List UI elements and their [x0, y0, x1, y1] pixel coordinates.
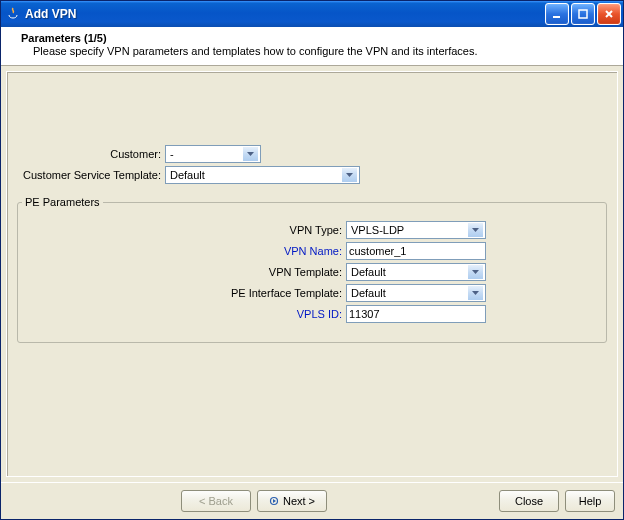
chevron-down-icon — [243, 147, 258, 161]
wizard-step-title: Parameters (1/5) — [21, 32, 613, 44]
pe-interface-template-value: Default — [349, 287, 468, 299]
action-buttons: Close Help — [499, 490, 615, 512]
vpn-name-label: VPN Name: — [22, 245, 346, 257]
close-button[interactable]: Close — [499, 490, 559, 512]
maximize-button[interactable] — [571, 3, 595, 25]
window-close-button[interactable] — [597, 3, 621, 25]
vpn-template-label: VPN Template: — [22, 266, 346, 278]
help-button[interactable]: Help — [565, 490, 615, 512]
svg-rect-0 — [553, 16, 560, 18]
service-template-row: Customer Service Template: Default — [7, 166, 617, 184]
nav-buttons: < Back Next > — [9, 490, 499, 512]
pe-interface-template-label: PE Interface Template: — [22, 287, 346, 299]
window-title: Add VPN — [25, 7, 545, 21]
vpn-type-label: VPN Type: — [22, 224, 346, 236]
vpn-type-value: VPLS-LDP — [349, 224, 468, 236]
vpls-id-label: VPLS ID: — [22, 308, 346, 320]
wizard-step-subtitle: Please specify VPN parameters and templa… — [33, 45, 613, 57]
java-icon — [5, 6, 21, 22]
dialog-window: Add VPN Parameters (1/5) Please specify … — [0, 0, 624, 520]
chevron-down-icon — [468, 223, 483, 237]
service-template-label: Customer Service Template: — [7, 169, 165, 181]
customer-value: - — [168, 148, 243, 160]
chevron-down-icon — [342, 168, 357, 182]
chevron-down-icon — [468, 286, 483, 300]
wizard-content: Customer: - Customer Service Template: D… — [6, 71, 618, 477]
next-button-label: Next > — [283, 495, 315, 507]
pe-interface-template-row: PE Interface Template: Default — [22, 284, 602, 302]
customer-label: Customer: — [7, 148, 165, 160]
chevron-down-icon — [468, 265, 483, 279]
pe-parameters-legend: PE Parameters — [22, 196, 103, 208]
vpn-template-value: Default — [349, 266, 468, 278]
vpls-id-field[interactable] — [349, 307, 483, 321]
service-template-value: Default — [168, 169, 342, 181]
service-template-combobox[interactable]: Default — [165, 166, 360, 184]
vpn-name-field[interactable] — [349, 244, 483, 258]
window-controls — [545, 3, 621, 25]
back-button[interactable]: < Back — [181, 490, 251, 512]
vpls-id-row: VPLS ID: — [22, 305, 602, 323]
title-bar: Add VPN — [1, 1, 623, 27]
customer-row: Customer: - — [7, 145, 617, 163]
customer-combobox[interactable]: - — [165, 145, 261, 163]
vpls-id-input[interactable] — [346, 305, 486, 323]
vpn-template-row: VPN Template: Default — [22, 263, 602, 281]
next-button[interactable]: Next > — [257, 490, 327, 512]
svg-rect-1 — [579, 10, 587, 18]
minimize-button[interactable] — [545, 3, 569, 25]
pe-interface-template-combobox[interactable]: Default — [346, 284, 486, 302]
vpn-type-row: VPN Type: VPLS-LDP — [22, 221, 602, 239]
next-icon — [269, 496, 279, 506]
wizard-footer: < Back Next > Close Help — [1, 482, 623, 519]
wizard-header: Parameters (1/5) Please specify VPN para… — [1, 27, 623, 66]
pe-parameters-group: PE Parameters VPN Type: VPLS-LDP VPN Nam… — [17, 196, 607, 343]
vpn-name-input[interactable] — [346, 242, 486, 260]
vpn-template-combobox[interactable]: Default — [346, 263, 486, 281]
vpn-name-row: VPN Name: — [22, 242, 602, 260]
vpn-type-combobox[interactable]: VPLS-LDP — [346, 221, 486, 239]
